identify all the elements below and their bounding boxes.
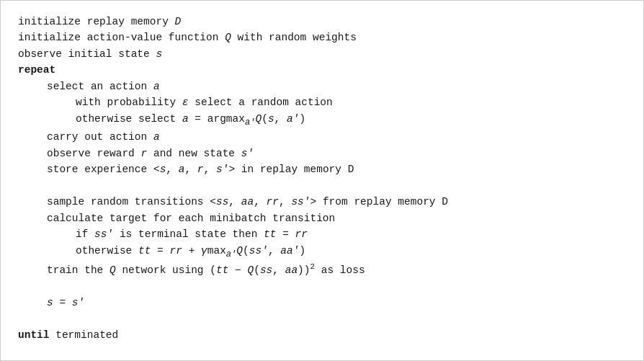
line-4-repeat: repeat bbox=[18, 62, 626, 78]
blank-2 bbox=[18, 279, 626, 295]
blank-3 bbox=[18, 311, 626, 327]
line-8: carry out action a bbox=[18, 129, 626, 145]
line-5: select an action a bbox=[18, 79, 626, 94]
line-12: calculate target for each minibatch tran… bbox=[18, 210, 626, 226]
line-7: otherwise select a = argmaxa'Q(s, a') bbox=[18, 111, 626, 130]
line-11: sample random transitions <ss, aa, rr, s… bbox=[18, 194, 626, 210]
line-1: initialize replay memory D bbox=[18, 14, 626, 30]
line-13: if ss' is terminal state then tt = rr bbox=[18, 226, 626, 242]
line-15: train the Q network using (tt − Q(ss, aa… bbox=[18, 261, 626, 278]
line-2: initialize action-value function Q with … bbox=[18, 30, 626, 45]
line-17-until: until terminated bbox=[18, 327, 626, 343]
line-6: with probability ε select a random actio… bbox=[18, 94, 626, 110]
line-10: store experience <s, a, r, s'> in replay… bbox=[18, 161, 626, 177]
line-16: s = s' bbox=[18, 295, 626, 311]
blank-1 bbox=[18, 178, 626, 194]
line-3: observe initial state s bbox=[18, 46, 626, 62]
line-9: observe reward r and new state s' bbox=[18, 146, 626, 161]
line-14: otherwise tt = rr + γmaxa'Q(ss', aa') bbox=[18, 243, 626, 262]
algorithm-pseudocode: initialize replay memory D initialize ac… bbox=[0, 0, 644, 361]
